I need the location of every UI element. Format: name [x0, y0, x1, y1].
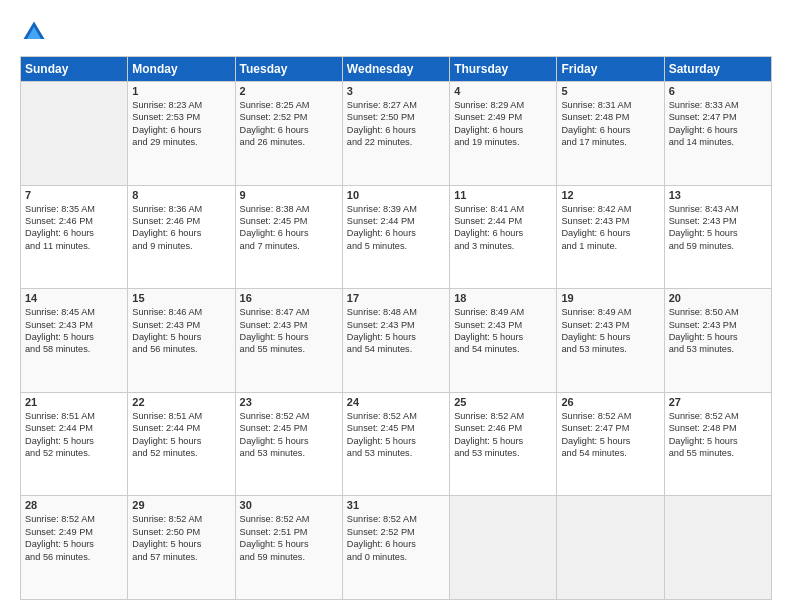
day-info: Sunrise: 8:52 AMSunset: 2:47 PMDaylight:… — [561, 410, 659, 460]
day-info: Sunrise: 8:52 AMSunset: 2:49 PMDaylight:… — [25, 513, 123, 563]
day-number: 1 — [132, 85, 230, 97]
day-number: 16 — [240, 292, 338, 304]
calendar-week-3: 14Sunrise: 8:45 AMSunset: 2:43 PMDayligh… — [21, 289, 772, 393]
day-number: 10 — [347, 189, 445, 201]
calendar-cell — [450, 496, 557, 600]
day-info: Sunrise: 8:52 AMSunset: 2:45 PMDaylight:… — [347, 410, 445, 460]
calendar-cell: 25Sunrise: 8:52 AMSunset: 2:46 PMDayligh… — [450, 392, 557, 496]
calendar-cell: 22Sunrise: 8:51 AMSunset: 2:44 PMDayligh… — [128, 392, 235, 496]
calendar-cell: 2Sunrise: 8:25 AMSunset: 2:52 PMDaylight… — [235, 82, 342, 186]
day-number: 24 — [347, 396, 445, 408]
day-number: 11 — [454, 189, 552, 201]
calendar-cell: 3Sunrise: 8:27 AMSunset: 2:50 PMDaylight… — [342, 82, 449, 186]
page-header — [20, 18, 772, 46]
day-number: 21 — [25, 396, 123, 408]
calendar-table: SundayMondayTuesdayWednesdayThursdayFrid… — [20, 56, 772, 600]
day-info: Sunrise: 8:49 AMSunset: 2:43 PMDaylight:… — [454, 306, 552, 356]
day-info: Sunrise: 8:50 AMSunset: 2:43 PMDaylight:… — [669, 306, 767, 356]
header-friday: Friday — [557, 57, 664, 82]
calendar-cell — [664, 496, 771, 600]
day-number: 26 — [561, 396, 659, 408]
header-monday: Monday — [128, 57, 235, 82]
day-number: 8 — [132, 189, 230, 201]
day-info: Sunrise: 8:36 AMSunset: 2:46 PMDaylight:… — [132, 203, 230, 253]
calendar-cell: 29Sunrise: 8:52 AMSunset: 2:50 PMDayligh… — [128, 496, 235, 600]
day-number: 28 — [25, 499, 123, 511]
day-number: 14 — [25, 292, 123, 304]
day-number: 3 — [347, 85, 445, 97]
day-number: 2 — [240, 85, 338, 97]
day-number: 19 — [561, 292, 659, 304]
calendar-cell: 1Sunrise: 8:23 AMSunset: 2:53 PMDaylight… — [128, 82, 235, 186]
day-info: Sunrise: 8:43 AMSunset: 2:43 PMDaylight:… — [669, 203, 767, 253]
calendar-week-5: 28Sunrise: 8:52 AMSunset: 2:49 PMDayligh… — [21, 496, 772, 600]
day-number: 7 — [25, 189, 123, 201]
day-number: 4 — [454, 85, 552, 97]
day-info: Sunrise: 8:35 AMSunset: 2:46 PMDaylight:… — [25, 203, 123, 253]
calendar-cell: 11Sunrise: 8:41 AMSunset: 2:44 PMDayligh… — [450, 185, 557, 289]
day-info: Sunrise: 8:52 AMSunset: 2:45 PMDaylight:… — [240, 410, 338, 460]
day-number: 29 — [132, 499, 230, 511]
calendar-cell: 21Sunrise: 8:51 AMSunset: 2:44 PMDayligh… — [21, 392, 128, 496]
day-info: Sunrise: 8:49 AMSunset: 2:43 PMDaylight:… — [561, 306, 659, 356]
day-info: Sunrise: 8:52 AMSunset: 2:52 PMDaylight:… — [347, 513, 445, 563]
day-number: 25 — [454, 396, 552, 408]
calendar-cell: 13Sunrise: 8:43 AMSunset: 2:43 PMDayligh… — [664, 185, 771, 289]
day-number: 23 — [240, 396, 338, 408]
day-number: 17 — [347, 292, 445, 304]
calendar-cell: 15Sunrise: 8:46 AMSunset: 2:43 PMDayligh… — [128, 289, 235, 393]
day-info: Sunrise: 8:51 AMSunset: 2:44 PMDaylight:… — [132, 410, 230, 460]
header-wednesday: Wednesday — [342, 57, 449, 82]
day-number: 9 — [240, 189, 338, 201]
day-info: Sunrise: 8:47 AMSunset: 2:43 PMDaylight:… — [240, 306, 338, 356]
logo-icon — [20, 18, 48, 46]
header-tuesday: Tuesday — [235, 57, 342, 82]
day-number: 5 — [561, 85, 659, 97]
day-number: 6 — [669, 85, 767, 97]
calendar-cell: 24Sunrise: 8:52 AMSunset: 2:45 PMDayligh… — [342, 392, 449, 496]
calendar-cell: 18Sunrise: 8:49 AMSunset: 2:43 PMDayligh… — [450, 289, 557, 393]
calendar-cell: 23Sunrise: 8:52 AMSunset: 2:45 PMDayligh… — [235, 392, 342, 496]
calendar-cell: 28Sunrise: 8:52 AMSunset: 2:49 PMDayligh… — [21, 496, 128, 600]
calendar-cell: 19Sunrise: 8:49 AMSunset: 2:43 PMDayligh… — [557, 289, 664, 393]
calendar-cell: 30Sunrise: 8:52 AMSunset: 2:51 PMDayligh… — [235, 496, 342, 600]
calendar-cell: 12Sunrise: 8:42 AMSunset: 2:43 PMDayligh… — [557, 185, 664, 289]
logo — [20, 18, 52, 46]
day-number: 20 — [669, 292, 767, 304]
calendar-week-1: 1Sunrise: 8:23 AMSunset: 2:53 PMDaylight… — [21, 82, 772, 186]
day-info: Sunrise: 8:23 AMSunset: 2:53 PMDaylight:… — [132, 99, 230, 149]
day-number: 22 — [132, 396, 230, 408]
calendar-cell: 17Sunrise: 8:48 AMSunset: 2:43 PMDayligh… — [342, 289, 449, 393]
calendar-cell — [21, 82, 128, 186]
day-info: Sunrise: 8:41 AMSunset: 2:44 PMDaylight:… — [454, 203, 552, 253]
day-number: 30 — [240, 499, 338, 511]
calendar-cell: 9Sunrise: 8:38 AMSunset: 2:45 PMDaylight… — [235, 185, 342, 289]
calendar-cell: 16Sunrise: 8:47 AMSunset: 2:43 PMDayligh… — [235, 289, 342, 393]
day-number: 13 — [669, 189, 767, 201]
day-number: 18 — [454, 292, 552, 304]
day-info: Sunrise: 8:52 AMSunset: 2:48 PMDaylight:… — [669, 410, 767, 460]
calendar-week-2: 7Sunrise: 8:35 AMSunset: 2:46 PMDaylight… — [21, 185, 772, 289]
calendar-cell: 20Sunrise: 8:50 AMSunset: 2:43 PMDayligh… — [664, 289, 771, 393]
day-info: Sunrise: 8:51 AMSunset: 2:44 PMDaylight:… — [25, 410, 123, 460]
calendar-header-row: SundayMondayTuesdayWednesdayThursdayFrid… — [21, 57, 772, 82]
calendar-cell: 6Sunrise: 8:33 AMSunset: 2:47 PMDaylight… — [664, 82, 771, 186]
calendar-cell — [557, 496, 664, 600]
calendar-cell: 4Sunrise: 8:29 AMSunset: 2:49 PMDaylight… — [450, 82, 557, 186]
calendar-cell: 26Sunrise: 8:52 AMSunset: 2:47 PMDayligh… — [557, 392, 664, 496]
day-info: Sunrise: 8:25 AMSunset: 2:52 PMDaylight:… — [240, 99, 338, 149]
header-sunday: Sunday — [21, 57, 128, 82]
day-info: Sunrise: 8:48 AMSunset: 2:43 PMDaylight:… — [347, 306, 445, 356]
day-info: Sunrise: 8:52 AMSunset: 2:46 PMDaylight:… — [454, 410, 552, 460]
day-info: Sunrise: 8:38 AMSunset: 2:45 PMDaylight:… — [240, 203, 338, 253]
day-info: Sunrise: 8:33 AMSunset: 2:47 PMDaylight:… — [669, 99, 767, 149]
day-number: 31 — [347, 499, 445, 511]
calendar-page: SundayMondayTuesdayWednesdayThursdayFrid… — [0, 0, 792, 612]
day-info: Sunrise: 8:52 AMSunset: 2:51 PMDaylight:… — [240, 513, 338, 563]
header-thursday: Thursday — [450, 57, 557, 82]
calendar-cell: 27Sunrise: 8:52 AMSunset: 2:48 PMDayligh… — [664, 392, 771, 496]
day-number: 12 — [561, 189, 659, 201]
day-info: Sunrise: 8:52 AMSunset: 2:50 PMDaylight:… — [132, 513, 230, 563]
calendar-cell: 7Sunrise: 8:35 AMSunset: 2:46 PMDaylight… — [21, 185, 128, 289]
day-info: Sunrise: 8:39 AMSunset: 2:44 PMDaylight:… — [347, 203, 445, 253]
